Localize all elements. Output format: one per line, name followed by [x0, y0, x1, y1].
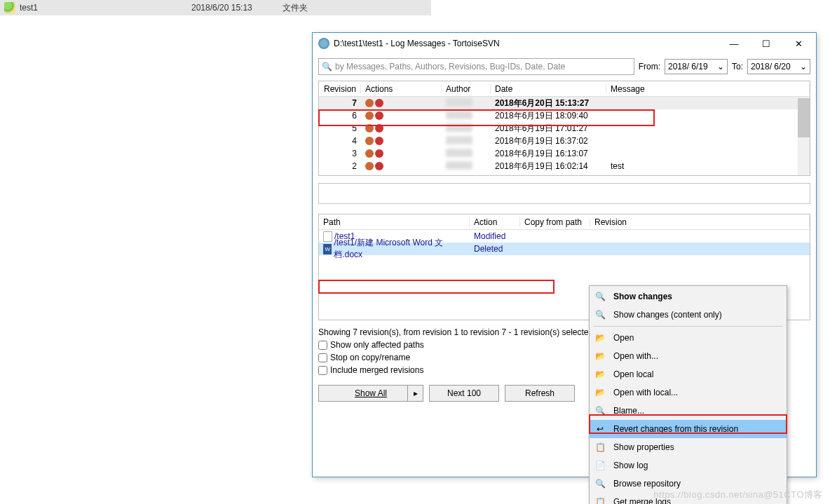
revision-row[interactable]: 3 2018年6月19日 16:13:07	[319, 147, 810, 160]
menu-icon: 🔍	[594, 308, 606, 321]
menu-icon: 🔍	[594, 477, 606, 490]
dialog-title: D:\test1\test1 - Log Messages - Tortoise…	[334, 39, 718, 48]
watermark: https://blog.csdn.net/sina@51CTO博客	[653, 489, 823, 501]
menu-item[interactable]: 📂Open local	[590, 365, 787, 383]
modified-icon	[365, 124, 374, 132]
refresh-button[interactable]: Refresh	[505, 385, 575, 402]
to-label: To:	[732, 62, 743, 71]
col-revision-p[interactable]: Revision	[590, 217, 810, 227]
app-icon	[318, 38, 329, 49]
modified-icon	[365, 137, 374, 145]
author-blur	[446, 161, 472, 170]
menu-icon: 📂	[594, 350, 606, 362]
chevron-down-icon: ⌄	[717, 62, 724, 71]
revision-header[interactable]: Revision Actions Author Date Message	[319, 81, 810, 97]
menu-item[interactable]: 📂Open with local...	[590, 383, 787, 402]
col-copy[interactable]: Copy from path	[520, 217, 590, 227]
menu-item[interactable]: 📂Open with...	[590, 347, 787, 365]
menu-icon: 📂	[594, 368, 606, 381]
folder-icon	[4, 2, 15, 13]
from-date-dropdown[interactable]: 2018/ 6/19⌄	[665, 59, 728, 74]
next-100-button[interactable]: Next 100	[429, 385, 499, 402]
author-blur	[446, 136, 472, 144]
explorer-row[interactable]: test1 2018/6/20 15:13 文件夹	[0, 0, 431, 15]
menu-item[interactable]: 📂Open	[590, 329, 787, 347]
search-placeholder: by Messages, Paths, Authors, Revisions, …	[335, 62, 565, 71]
revision-table: Revision Actions Author Date Message 7 2…	[318, 81, 810, 176]
close-button[interactable]: ✕	[782, 34, 815, 54]
menu-icon: 📋	[594, 441, 606, 454]
menu-icon: 🔍	[594, 290, 606, 303]
commit-message-box[interactable]	[318, 183, 810, 204]
context-menu: 🔍Show changes🔍Show changes (content only…	[589, 285, 787, 504]
titlebar[interactable]: D:\test1\test1 - Log Messages - Tortoise…	[313, 33, 816, 54]
deleted-icon	[375, 162, 383, 170]
from-label: From:	[639, 62, 660, 71]
menu-icon: 📂	[594, 332, 606, 344]
search-icon: 🔍	[322, 62, 332, 71]
word-icon: W	[323, 244, 332, 254]
menu-icon: 📋	[594, 496, 606, 504]
modified-icon	[365, 162, 374, 170]
modified-icon	[365, 111, 374, 120]
search-input[interactable]: 🔍 by Messages, Paths, Authors, Revisions…	[318, 58, 634, 75]
path-row[interactable]: W/test1/新建 Microsoft Word 文档.docxDeleted	[319, 243, 810, 255]
file-name: test1	[20, 3, 191, 13]
deleted-icon	[375, 99, 383, 107]
menu-item[interactable]: 📄Show log	[590, 456, 787, 475]
deleted-icon	[375, 149, 383, 158]
chevron-down-icon: ⌄	[800, 62, 807, 71]
scrollbar[interactable]	[798, 97, 810, 175]
menu-item[interactable]: ↩Revert changes from this revision	[590, 420, 787, 438]
revision-row[interactable]: 4 2018年6月19日 16:37:02	[319, 135, 810, 147]
author-blur	[446, 98, 472, 107]
col-path[interactable]: Path	[319, 217, 470, 227]
menu-icon: 🔍	[594, 404, 606, 417]
deleted-icon	[375, 111, 383, 120]
author-blur	[446, 111, 472, 119]
file-date: 2018/6/20 15:13	[191, 3, 283, 13]
col-actions[interactable]: Actions	[361, 84, 442, 94]
dropdown-arrow-icon[interactable]: ▸	[407, 386, 423, 401]
modified-icon	[365, 99, 374, 107]
deleted-icon	[375, 137, 383, 145]
menu-icon: 📂	[594, 386, 606, 399]
col-author[interactable]: Author	[442, 84, 491, 94]
menu-icon: 📄	[594, 459, 606, 472]
show-all-button[interactable]: Show All▸	[318, 385, 423, 402]
menu-item[interactable]: 📋Show properties	[590, 438, 787, 456]
col-action[interactable]: Action	[470, 217, 520, 227]
revision-row[interactable]: 6 2018年6月19日 18:09:40	[319, 109, 810, 122]
file-type: 文件夹	[283, 2, 308, 14]
revision-row[interactable]: 2 2018年6月19日 16:02:14 test	[319, 160, 810, 172]
revision-row[interactable]: 5 2018年6月19日 17:01:27	[319, 122, 810, 135]
revision-row[interactable]: 7 2018年6月20日 15:13:27	[319, 97, 810, 109]
minimize-button[interactable]: —	[718, 34, 750, 54]
menu-icon: ↩	[594, 423, 606, 435]
col-date[interactable]: Date	[491, 84, 606, 94]
col-revision[interactable]: Revision	[319, 84, 361, 94]
deleted-icon	[375, 124, 383, 132]
col-message[interactable]: Message	[606, 84, 810, 94]
menu-item[interactable]: 🔍Show changes (content only)	[590, 306, 787, 324]
author-blur	[446, 123, 472, 132]
maximize-button[interactable]: ☐	[750, 34, 782, 54]
menu-separator	[594, 326, 782, 327]
menu-item[interactable]: 🔍Blame...	[590, 402, 787, 420]
to-date-dropdown[interactable]: 2018/ 6/20⌄	[747, 59, 810, 74]
modified-icon	[365, 149, 374, 158]
author-blur	[446, 149, 472, 157]
menu-item[interactable]: 🔍Show changes	[590, 287, 787, 306]
path-header[interactable]: Path Action Copy from path Revision	[319, 214, 810, 230]
